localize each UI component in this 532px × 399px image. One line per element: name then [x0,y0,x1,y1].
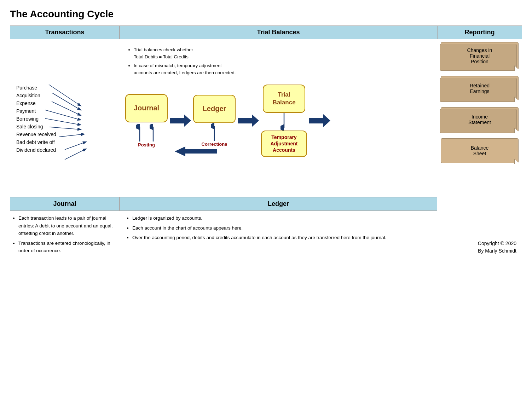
down-arrow-trial [281,113,288,131]
svg-marker-15 [309,114,330,127]
up-arrow-corrections [211,123,218,141]
bottom-journal-header: Journal [10,197,120,211]
trial-balance-description: Trial balances check whetherTotal Debits… [125,44,432,82]
report-income-statement: IncomeStatement [441,107,519,132]
bottom-journal-content: Each transaction leads to a pair of jour… [10,211,120,258]
ledger-bullet-3: Over the accounting period, debits and c… [132,234,432,242]
trial-balance-bullet-1: Trial balances check whetherTotal Debits… [134,46,432,60]
corrections-label: Corrections [202,141,227,147]
corrections-left-arrow [175,146,217,156]
journal-bullet-1: Each transaction leads to a pair of jour… [18,214,118,237]
journal-bullet-2: Transactions are entered chronologically… [18,239,118,255]
posting-label: Posting [138,142,155,148]
transactions-section: Purchase Acquisition Expense Payment Bor… [10,39,120,191]
ledger-box: Ledger [193,95,236,123]
transaction-labels: Purchase Acquisition Expense Payment Bor… [13,78,117,153]
svg-marker-13 [238,114,259,127]
ledger-bullet-1: Ledger is organized by accounts. [132,214,432,222]
up-arrow-2 [150,124,157,141]
report-balance-sheet: BalanceSheet [441,138,519,163]
flow-section: Trial balances check whetherTotal Debits… [120,39,437,191]
transaction-dividend: Dividend declared [16,147,117,153]
arrow-ledger-trial [238,114,259,127]
page-title: The Accounting Cycle [10,8,522,20]
bottom-ledger-header: Ledger [120,197,437,211]
transaction-payment: Payment [16,108,117,114]
bottom-ledger-content: Ledger is organized by accounts. Each ac… [120,211,437,245]
up-arrow-1 [136,124,143,141]
arrow-trial-reporting [309,114,330,127]
copyright-text: Copyright © 2020By Marly Schmidt [478,236,519,255]
transaction-bad-debt: Bad debt write off [16,139,117,145]
svg-marker-11 [170,114,191,127]
ledger-bullet-2: Each account in the chart of accounts ap… [132,224,432,232]
transaction-sale-closing: Sale closing [16,124,117,129]
report-retained-earnings: RetainedEarnings [441,76,519,101]
arrow-journal-ledger [170,114,191,127]
transaction-expense: Expense [16,100,117,106]
transaction-purchase: Purchase [16,85,117,91]
svg-marker-16 [175,146,217,156]
header-transactions: Transactions [10,25,120,39]
transaction-revenue: Revenue received [16,132,117,137]
reporting-section: Changes inFinancialPosition RetainedEarn… [437,39,522,191]
transaction-acquisition: Acquisition [16,93,117,98]
trial-balance-bullet-2: In case of mismatch, temporary adjustmen… [134,62,432,76]
header-trial-balances: Trial Balances [120,25,437,39]
transaction-borrowing: Borrowing [16,116,117,122]
trial-balance-box: TrialBalance [263,85,305,113]
header-reporting: Reporting [437,25,522,39]
report-changes-financial: Changes inFinancialPosition [441,42,519,70]
journal-box: Journal [125,94,168,122]
